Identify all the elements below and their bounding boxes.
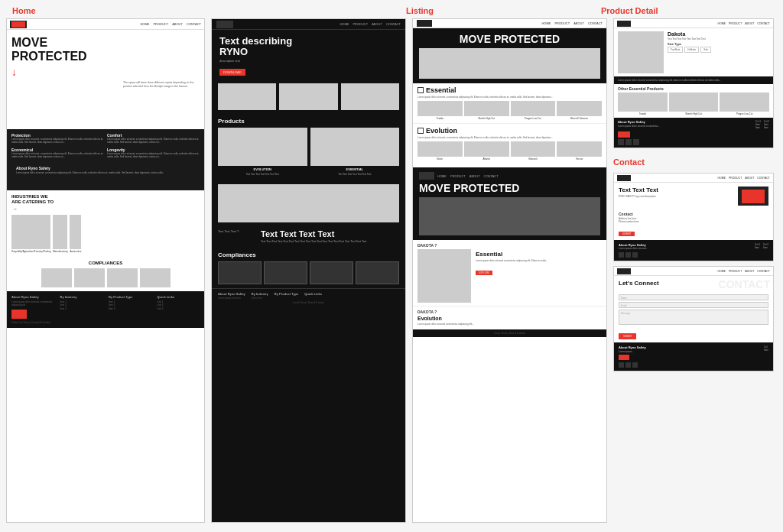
detail-social-3[interactable] [633, 139, 639, 145]
footer-col-product: By Product Type Item 1Item 2Item 3 [109, 295, 151, 318]
listing-product-cell-3 [511, 101, 556, 116]
product-nav-about: ABOUT [372, 22, 382, 26]
feature-protection: Protection Lorem ipsum dolor sit amet, c… [11, 133, 104, 144]
detail-about-col-2: Col 2ItemItem [764, 120, 769, 129]
contact2-name-field[interactable]: Name [619, 294, 768, 300]
product-label-4: Blurred Unknown [557, 117, 602, 120]
home-features-grid: Protection Lorem ipsum dolor sit amet, c… [11, 133, 200, 159]
listing-logo-box [419, 172, 434, 180]
product-nav-home: HOME [340, 22, 349, 26]
detail-other-grid [618, 92, 769, 112]
detail-about-text: About Ryno Safety Lorem ipsum dolor sit … [618, 120, 752, 129]
product-card-essential-sub: Text Text Text Text Text Text Text [310, 173, 400, 177]
size-option-2[interactable]: Hollister [684, 47, 699, 53]
contact-wireframe-2: HOME PRODUCT ABOUT CONTACT Let's Connect… [613, 266, 774, 371]
footer-industry-text: Item 1Item 2Item 3 [60, 300, 103, 310]
compliance-4 [140, 268, 171, 287]
size-option-1[interactable]: FootNote [668, 47, 683, 53]
contact-submit-btn[interactable]: SUBMIT [619, 232, 635, 236]
contact2-social-1[interactable] [619, 362, 624, 368]
contact-social-3[interactable] [632, 252, 638, 258]
contact2-message-field[interactable]: Message [619, 310, 768, 325]
product-footer-links: Loca | Terms | Term & Cookies [218, 301, 399, 304]
product-text-body: Text Text Text Text Text Text Text Text … [261, 240, 399, 244]
product-footer-title-1: About Ryno Safety [218, 292, 245, 296]
listing-nav: HOME PRODUCT ABOUT CONTACT [413, 19, 606, 28]
product-download-btn[interactable]: DOWNLOAD [219, 69, 245, 76]
contact2-nav-about: ABOUT [745, 270, 754, 273]
detail-nav-home: HOME [717, 22, 726, 25]
listing-labels-row: Traaka Skeelo High Cut Prague Low Cut Bl… [417, 117, 602, 120]
footer-product-title: By Product Type [109, 295, 151, 299]
listing-essential-section: Essential Lorem ipsum dolor sit amet, co… [413, 83, 606, 123]
product-card-evolution-sub: Text Text Text Text Text Text Text [218, 173, 307, 177]
home-compliances-section: COMPLIANCES [7, 257, 204, 291]
detail-social-2[interactable] [625, 139, 632, 145]
feature-longevity-title: Longevity [107, 148, 200, 152]
product-compliances: Compliances [212, 248, 405, 288]
feature-longevity: Longevity Lorem ipsum dolor sit amet, co… [107, 148, 200, 159]
listing-nav-home-2: HOME [437, 174, 447, 178]
detail-other-3 [720, 92, 769, 112]
contact2-submit-btn[interactable]: SUBMIT [619, 333, 636, 339]
listing-evolution-checkbox[interactable] [417, 128, 424, 134]
product-hero-sub: description text [219, 59, 398, 63]
contact2-social-3[interactable] [632, 362, 638, 368]
contact2-social-2[interactable] [625, 362, 631, 368]
listing-dakota-img [417, 249, 471, 303]
product-img-2 [279, 83, 337, 110]
listing-wireframe: HOME PRODUCT ABOUT CONTACT MOVE PROTECTE… [412, 18, 607, 523]
product-label-1: Traaka [417, 117, 463, 120]
listing-dakota-badge-2: DAKOTA ? [417, 310, 602, 314]
product-nav-product: PRODUCT [353, 22, 368, 26]
listing-product-cell-2 [464, 101, 509, 116]
product-card-evolution-label: EVOLUTION [218, 166, 307, 173]
product-footer-title-3: By Product Type [275, 292, 299, 296]
home-hero-description: The space will have three different copi… [123, 81, 200, 89]
home-industries: INDUSTRIES WEARE CATERING TO → Hospitali… [7, 190, 204, 257]
detail-other-2 [669, 92, 719, 112]
listing-hero-2-title: MOVE PROTECTED [419, 182, 600, 194]
listing-dakota-essential-title: Essential [476, 251, 602, 258]
listing-dakota-badge: DAKOTA ? [417, 243, 602, 248]
detail-social-1[interactable] [618, 139, 624, 145]
home-nav-product: PRODUCT [153, 22, 168, 26]
contact2-about-cols: ColItem [764, 345, 768, 353]
product-footer-text-1: Lorem ipsum text here [218, 297, 245, 300]
detail-other-title: Other Essential Products [618, 86, 769, 91]
product-comp-2 [264, 261, 307, 284]
product-products-section: Products EVOLUTION Text Text Text Text T… [212, 114, 405, 181]
detail-features-text: Lorem ipsum dolor sit amet consectetur a… [618, 79, 769, 82]
contact2-email-field[interactable]: Email [619, 302, 768, 308]
contact-about-title: About Ryno Safety [619, 243, 646, 247]
listing-logo-bar: HOME PRODUCT ABOUT CONTACT [419, 172, 600, 180]
listing-dakota-btn[interactable]: EXPLORE [476, 271, 492, 275]
contact-social-1[interactable] [619, 252, 624, 258]
listing-evo-cell-1 [417, 141, 463, 157]
contact2-nav-links: HOME PRODUCT ABOUT CONTACT [717, 270, 770, 273]
listing-essential-checkbox[interactable] [417, 87, 424, 93]
compliance-3 [107, 268, 138, 287]
size-option-3[interactable]: Solo [700, 47, 711, 53]
listing-dakota-essential-text: Lorem ipsum dolor sit amet consectetur a… [476, 259, 602, 262]
contact-info: Contact Address line herePhone number he… [614, 209, 773, 239]
listing-evo-cell-2 [464, 141, 509, 157]
product-footer-col-4: Quick Links [304, 292, 322, 300]
contact-logo-box [738, 187, 768, 206]
feature-longevity-text: Lorem ipsum dolor sit amet, consectetur … [107, 153, 200, 159]
product-footer-col-2: By Industry Items here [252, 292, 268, 300]
listing-hero: MOVE PROTECTED [413, 28, 606, 83]
listing-essential-text: Lorem ipsum dolor sit amet, consectetur … [417, 96, 602, 99]
home-label: Home [12, 6, 36, 15]
product-text-section: Text Text Text ? Text Text Text Text Tex… [212, 225, 405, 248]
product-nav-links: HOME PRODUCT ABOUT CONTACT [340, 22, 401, 26]
industry-label-2: Manufacturing [53, 250, 67, 253]
contact-nav-home: HOME [717, 177, 726, 180]
product-footer-content: About Ryno Safety Lorem ipsum text here … [218, 292, 399, 300]
contact-info-title: Contact [619, 212, 768, 216]
feature-economical: Economical Lorem ipsum dolor sit amet, c… [11, 148, 104, 159]
contact-section-wrapper: Contact [613, 154, 774, 168]
contact-social-2[interactable] [625, 252, 631, 258]
detail-product-text: Text Text Text Text Text Text Text Text [668, 37, 769, 41]
listing-evolution-2-text: Lorem ipsum dolor sit amet consectetur a… [417, 323, 602, 326]
